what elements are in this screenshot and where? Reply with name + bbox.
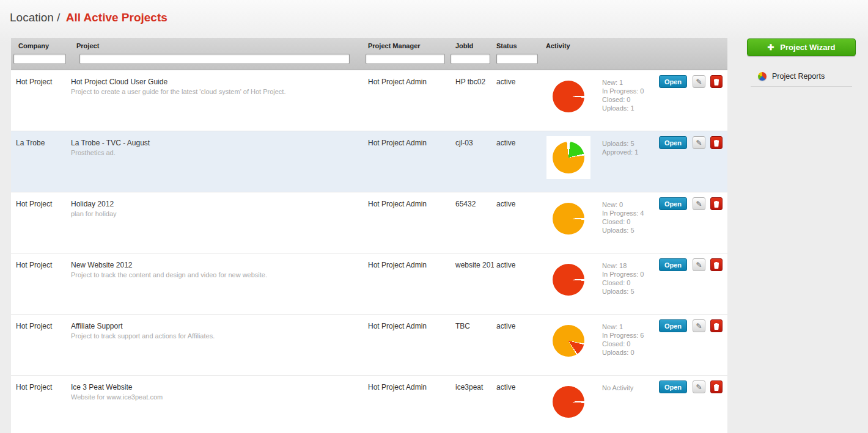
delete-button[interactable] xyxy=(710,197,723,210)
jobid-cell: HP tbc02 xyxy=(449,70,494,131)
activity-cell xyxy=(541,315,596,375)
activity-pie-chart xyxy=(553,81,584,112)
table-row[interactable]: Hot Project Ice 3 Peat Website Website f… xyxy=(11,376,727,433)
company-filter-input[interactable] xyxy=(13,54,66,64)
manager-cell: Hot Project Admin xyxy=(366,376,449,433)
jobid-cell: ice3peat xyxy=(449,376,494,433)
trash-icon xyxy=(713,200,719,208)
company-cell: Hot Project xyxy=(11,315,71,375)
trash-icon xyxy=(713,78,719,86)
manager-cell: Hot Project Admin xyxy=(366,70,449,131)
row-actions: Open ✎ xyxy=(654,253,727,314)
column-header-jobid: JobId xyxy=(449,42,494,52)
project-name: Hot Project Cloud User Guide xyxy=(71,78,366,86)
project-wizard-label: Project Wizard xyxy=(780,43,835,52)
edit-button[interactable]: ✎ xyxy=(693,380,705,393)
edit-button[interactable]: ✎ xyxy=(693,258,705,271)
activity-stats: New: 1 In Progress: 6 Closed: 0 Uploads:… xyxy=(596,315,654,375)
pencil-icon: ✎ xyxy=(696,383,702,391)
table-row[interactable]: Hot Project Hot Project Cloud User Guide… xyxy=(11,70,727,131)
project-description: Project to create a user guide for the l… xyxy=(71,88,366,95)
status-cell: active xyxy=(494,131,541,192)
project-cell: Hot Project Cloud User Guide Project to … xyxy=(71,70,366,131)
project-description: plan for holiday xyxy=(71,210,366,217)
trash-icon xyxy=(713,139,719,147)
status-cell: active xyxy=(494,315,541,375)
jobid-cell: TBC xyxy=(449,315,494,375)
activity-pie-chart xyxy=(553,203,584,235)
table-row[interactable]: Hot Project New Website 2012 Project to … xyxy=(11,253,727,315)
pencil-icon: ✎ xyxy=(696,261,702,269)
jobid-cell: 65432 xyxy=(449,192,494,253)
status-cell: active xyxy=(494,253,541,314)
column-headers: Company Project Project Manager JobId St… xyxy=(11,38,727,52)
project-description: Prosthetics ad. xyxy=(71,149,366,156)
manager-cell: Hot Project Admin xyxy=(366,131,449,192)
jobid-cell: website 201 xyxy=(449,253,494,314)
project-name: Ice 3 Peat Website xyxy=(71,383,366,391)
row-actions: Open ✎ xyxy=(654,376,727,433)
delete-button[interactable] xyxy=(710,380,723,393)
activity-stats: New: 1 In Progress: 0 Closed: 0 Uploads:… xyxy=(596,70,654,131)
jobid-filter-input[interactable] xyxy=(451,54,490,64)
edit-button[interactable]: ✎ xyxy=(693,319,705,332)
row-actions: Open ✎ xyxy=(654,131,727,192)
pencil-icon: ✎ xyxy=(696,78,702,86)
project-wizard-button[interactable]: ✚ Project Wizard xyxy=(747,38,856,56)
row-actions: Open ✎ xyxy=(654,315,727,375)
activity-cell xyxy=(541,70,596,131)
manager-cell: Hot Project Admin xyxy=(366,315,449,375)
open-button[interactable]: Open xyxy=(659,319,687,332)
activity-cell xyxy=(541,253,596,314)
status-cell: active xyxy=(494,192,541,253)
table-row[interactable]: La Trobe La Trobe - TVC - August Prosthe… xyxy=(11,131,727,192)
filter-row xyxy=(11,52,727,70)
project-description: Website for www.ice3peat.com xyxy=(71,393,366,401)
pie-chart-icon xyxy=(758,72,767,81)
activity-pie-chart xyxy=(553,386,584,418)
delete-button[interactable] xyxy=(710,136,723,149)
pencil-icon: ✎ xyxy=(696,200,702,208)
column-header-activity: Activity xyxy=(541,42,570,52)
edit-button[interactable]: ✎ xyxy=(693,75,705,88)
column-header-company: Company xyxy=(11,42,71,52)
delete-button[interactable] xyxy=(710,319,723,332)
manager-cell: Hot Project Admin xyxy=(366,192,449,253)
status-cell: active xyxy=(494,70,541,131)
pencil-icon: ✎ xyxy=(696,139,702,147)
edit-button[interactable]: ✎ xyxy=(693,136,705,149)
plus-icon: ✚ xyxy=(767,43,774,52)
open-button[interactable]: Open xyxy=(659,136,687,149)
page-title: All Active Projects xyxy=(66,11,167,24)
activity-pie-chart xyxy=(553,325,584,357)
status-filter-input[interactable] xyxy=(496,54,538,64)
company-cell: La Trobe xyxy=(11,131,71,192)
open-button[interactable]: Open xyxy=(659,75,687,88)
delete-button[interactable] xyxy=(710,75,723,88)
table-row[interactable]: Hot Project Affiliate Support Project to… xyxy=(11,315,727,376)
activity-pie-chart xyxy=(553,264,584,296)
open-button[interactable]: Open xyxy=(659,258,687,271)
project-cell: Holiday 2012 plan for holiday xyxy=(71,192,366,253)
open-button[interactable]: Open xyxy=(659,380,687,393)
edit-button[interactable]: ✎ xyxy=(693,197,705,210)
project-name: Affiliate Support xyxy=(71,322,366,330)
trash-icon xyxy=(713,261,719,269)
activity-stats: No Activity xyxy=(596,376,654,433)
project-reports-link[interactable]: Project Reports xyxy=(758,72,825,81)
delete-button[interactable] xyxy=(710,258,723,271)
column-header-status: Status xyxy=(494,42,541,52)
project-cell: Affiliate Support Project to track suppo… xyxy=(71,315,366,375)
project-reports-label: Project Reports xyxy=(772,72,825,81)
sidebar-divider xyxy=(751,86,852,87)
pencil-icon: ✎ xyxy=(696,322,702,330)
table-row[interactable]: Hot Project Holiday 2012 plan for holida… xyxy=(11,192,727,253)
project-cell: La Trobe - TVC - August Prosthetics ad. xyxy=(71,131,366,192)
project-cell: New Website 2012 Project to track the co… xyxy=(71,253,366,314)
trash-icon xyxy=(713,384,719,391)
project-filter-input[interactable] xyxy=(79,54,350,64)
open-button[interactable]: Open xyxy=(659,197,687,210)
manager-filter-input[interactable] xyxy=(366,54,445,64)
activity-cell xyxy=(541,131,596,192)
trash-icon xyxy=(713,322,719,330)
